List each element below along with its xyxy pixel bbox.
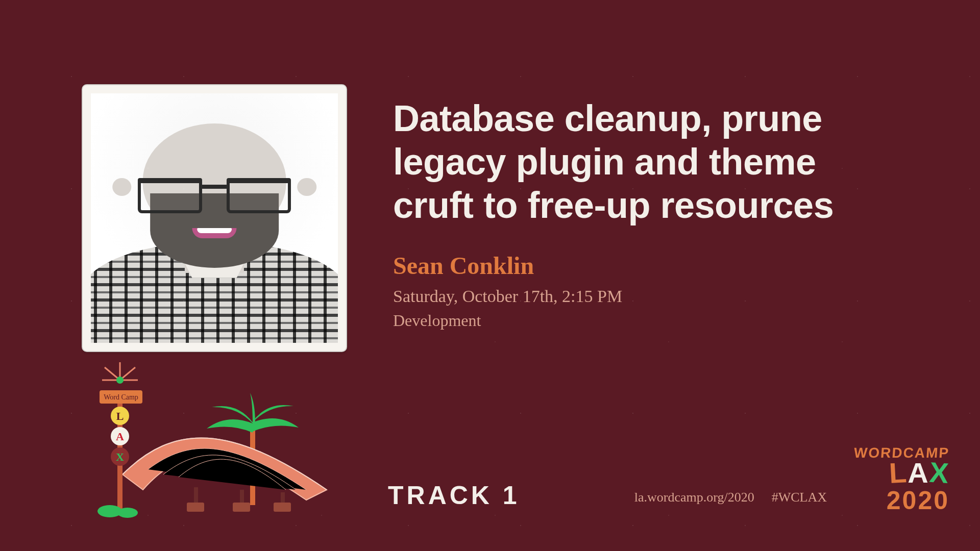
svg-rect-4: [187, 503, 204, 512]
motel-sign-L: L: [116, 410, 124, 422]
brand-L: L: [889, 460, 909, 486]
teeth-illustration: [197, 228, 232, 233]
svg-rect-6: [274, 503, 291, 512]
svg-rect-5: [233, 503, 250, 512]
talk-info: Database cleanup, prune legacy plugin an…: [393, 84, 883, 330]
footer-links: la.wordcamp.org/2020 #WCLAX: [634, 490, 827, 505]
talk-datetime: Saturday, October 17th, 2:15 PM: [393, 287, 883, 306]
speaker-block: Database cleanup, prune legacy plugin an…: [82, 84, 883, 352]
gas-station-roof-icon: [122, 438, 327, 512]
glasses-lens-right: [227, 178, 291, 213]
brand-A: A: [908, 460, 929, 486]
glasses-lens-left: [138, 178, 202, 213]
motel-sign-text: Word Camp: [104, 393, 138, 401]
glasses-illustration: [138, 178, 291, 213]
track-label: TRACK 1: [388, 481, 520, 510]
svg-point-12: [116, 377, 124, 384]
event-hashtag: #WCLAX: [772, 490, 827, 505]
glasses-bridge: [202, 185, 227, 189]
brand-year: 2020: [854, 486, 949, 515]
brand-X: X: [928, 459, 950, 486]
speaker-photo: [91, 93, 338, 343]
speaker-photo-frame: [82, 84, 347, 352]
event-brand: WORDCAMP LAX 2020: [854, 445, 949, 515]
svg-point-19: [117, 508, 138, 518]
speaker-name: Sean Conklin: [393, 252, 883, 280]
scene-svg: Word Camp L A X: [87, 362, 352, 520]
motel-sign-icon: Word Camp L A X: [97, 362, 142, 518]
talk-title: Database cleanup, prune legacy plugin an…: [393, 97, 883, 227]
motel-sign-X: X: [116, 450, 124, 463]
footer-illustration: Word Camp L A X: [87, 362, 352, 520]
motel-sign-A: A: [116, 430, 124, 443]
talk-category: Development: [393, 311, 883, 330]
event-url: la.wordcamp.org/2020: [634, 490, 754, 505]
brand-lax: LAX: [854, 460, 949, 486]
